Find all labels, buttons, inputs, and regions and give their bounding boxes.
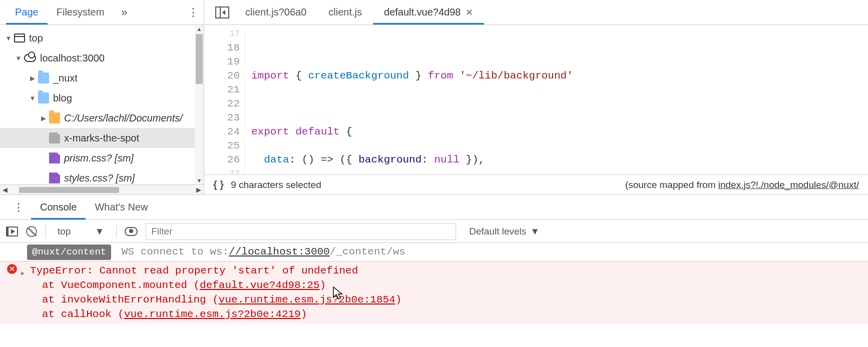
tree-label: x-marks-the-spot <box>64 132 139 144</box>
sourcemap-info: (source mapped from index.js?!./node_mod… <box>625 180 859 190</box>
scroll-track[interactable] <box>10 186 194 194</box>
chevron-right-icon[interactable]: ▶ <box>21 266 25 281</box>
file-icon <box>49 152 60 164</box>
tree-host[interactable]: ▼ localhost:3000 <box>0 48 204 68</box>
chevron-down-icon: ▼ <box>15 54 22 62</box>
error-row[interactable]: ✕ ▶ TypeError: Cannot read property 'sta… <box>0 261 868 324</box>
tree-label: top <box>29 32 43 44</box>
tree-label: localhost:3000 <box>40 52 105 64</box>
error-message: TypeError: Cannot read property 'start' … <box>25 264 862 278</box>
toggle-navigator-icon[interactable] <box>210 4 234 20</box>
toggle-sidebar-icon[interactable] <box>6 226 18 236</box>
tree-folder-nuxt[interactable]: ▶ _nuxt <box>0 68 204 88</box>
stack-link[interactable]: default.vue?4d98:25 <box>200 280 319 291</box>
sources-sidebar: Page Filesystem » ⋮ ▼ top ▼ localhost:30… <box>0 0 204 194</box>
sidebar-kebab-icon[interactable]: ⋮ <box>188 6 198 19</box>
clear-console-icon[interactable] <box>26 226 37 237</box>
editor-statusbar: { } 9 characters selected (source mapped… <box>204 174 868 194</box>
stack-frame: at callHook (vue.runtime.esm.js?2b0e:421… <box>25 307 862 322</box>
editor-tab-3[interactable]: default.vue?4d98 ✕ <box>373 0 484 24</box>
tab-console[interactable]: Console <box>31 196 86 219</box>
file-icon <box>49 132 60 144</box>
tree-label: blog <box>53 92 72 104</box>
editor-tab-strip: client.js?06a0 client.js default.vue?4d9… <box>204 0 868 25</box>
log-badge: @nuxt/content <box>27 244 111 260</box>
sidebar-h-scrollbar[interactable]: ◀ ▶ <box>0 184 204 194</box>
stack-frame: at VueComponent.mounted (default.vue?4d9… <box>25 278 862 292</box>
console-toolbar: top ▼ Default levels ▼ <box>0 220 868 243</box>
tab-page[interactable]: Page <box>6 0 48 24</box>
tree-file-spot[interactable]: x-marks-the-spot <box>0 128 204 148</box>
tree-label: prism.css? [sm] <box>64 152 134 164</box>
tree-top[interactable]: ▼ top <box>0 28 204 48</box>
console-panel: ⋮ Console What's New top ▼ Default level… <box>0 195 868 324</box>
tree-file-styles[interactable]: styles.css? [sm] <box>0 168 204 184</box>
separator <box>45 225 46 238</box>
folder-icon <box>38 72 49 84</box>
tree-label: C:/Users/lachl/Documents/ <box>64 112 183 124</box>
code-editor[interactable]: 17 18 19 20 21 22 23 24 25 26 27 import … <box>204 25 868 174</box>
sourcemap-link[interactable]: index.js?!./node_modules/@nuxt/ <box>718 180 859 190</box>
more-tabs-icon[interactable]: » <box>121 6 127 19</box>
tab-label: default.vue?4d98 <box>384 6 461 18</box>
chevron-down-icon: ▼ <box>95 226 104 237</box>
execution-context-select[interactable]: top ▼ <box>54 225 108 238</box>
stack-link[interactable]: vue.runtime.esm.js?2b0e:4219 <box>124 308 301 320</box>
chevron-down-icon: ▼ <box>530 226 540 237</box>
separator <box>116 225 117 238</box>
live-expression-icon[interactable] <box>125 227 138 236</box>
svg-marker-2 <box>222 10 225 15</box>
sidebar-tab-strip: Page Filesystem » ⋮ <box>0 0 204 25</box>
context-label: top <box>58 226 71 237</box>
console-output[interactable]: @nuxt/content WS connect to ws://localho… <box>0 243 868 324</box>
ws-link[interactable]: //localhost:3000 <box>229 246 330 258</box>
close-icon[interactable]: ✕ <box>466 7 473 18</box>
drawer-kebab-icon[interactable]: ⋮ <box>6 201 31 214</box>
filter-input[interactable] <box>146 223 456 240</box>
chevron-down-icon: ▼ <box>29 94 36 102</box>
tab-filesystem[interactable]: Filesystem <box>48 0 114 24</box>
scroll-right-icon[interactable]: ▶ <box>194 186 204 194</box>
tab-label: client.js?06a0 <box>245 6 306 18</box>
error-icon: ✕ <box>7 264 17 274</box>
sidebar-v-scrollbar[interactable]: ▲ ▼ <box>195 25 204 184</box>
editor-tab-2[interactable]: client.js <box>317 0 373 24</box>
file-tree: ▼ top ▼ localhost:3000 ▶ _nuxt ▼ blog ▶ <box>0 25 204 184</box>
file-icon <box>49 172 60 184</box>
pretty-print-icon[interactable]: { } <box>213 179 224 190</box>
chevron-right-icon: ▶ <box>29 74 36 82</box>
chevron-right-icon: ▶ <box>40 114 47 122</box>
scroll-left-icon[interactable]: ◀ <box>0 186 10 194</box>
tab-whats-new[interactable]: What's New <box>86 196 157 219</box>
levels-label: Default levels <box>469 226 526 237</box>
log-row[interactable]: @nuxt/content WS connect to ws://localho… <box>0 243 868 261</box>
editor-region: client.js?06a0 client.js default.vue?4d9… <box>204 0 868 194</box>
scroll-thumb[interactable] <box>19 187 119 193</box>
frame-icon <box>14 34 25 42</box>
cloud-icon <box>24 54 36 62</box>
line-gutter: 17 18 19 20 21 22 23 24 25 26 27 <box>204 25 245 174</box>
scroll-up-icon[interactable]: ▲ <box>195 26 204 32</box>
scroll-thumb[interactable] <box>196 34 203 84</box>
scroll-down-icon[interactable]: ▼ <box>195 178 204 184</box>
tree-folder-documents[interactable]: ▶ C:/Users/lachl/Documents/ <box>0 108 204 128</box>
tree-folder-blog[interactable]: ▼ blog <box>0 88 204 108</box>
selection-status: 9 characters selected <box>231 180 321 190</box>
tree-label: _nuxt <box>53 72 78 84</box>
tree-file-prism[interactable]: prism.css? [sm] <box>0 148 204 168</box>
stack-link[interactable]: vue.runtime.esm.js?2b0e:1854 <box>219 294 395 306</box>
stack-frame: at invokeWithErrorHandling (vue.runtime.… <box>25 292 862 307</box>
tree-label: styles.css? [sm] <box>64 172 135 184</box>
code-content[interactable]: import { createBackground } from '~/lib/… <box>245 25 636 174</box>
editor-tab-1[interactable]: client.js?06a0 <box>234 0 317 24</box>
folder-icon <box>38 92 49 104</box>
drawer-tab-strip: ⋮ Console What's New <box>0 195 868 220</box>
tab-label: client.js <box>328 6 362 18</box>
folder-icon <box>49 112 60 124</box>
log-levels-select[interactable]: Default levels ▼ <box>469 226 540 237</box>
chevron-down-icon: ▼ <box>5 34 12 42</box>
